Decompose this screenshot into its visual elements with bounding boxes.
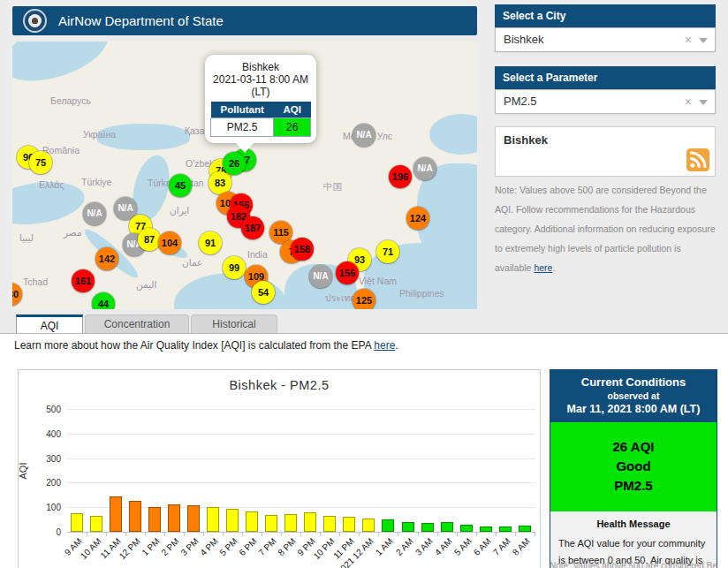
chevron-down-icon[interactable] xyxy=(699,100,708,105)
water-shape xyxy=(12,42,115,93)
map-place-label: Việt Nam xyxy=(359,276,397,286)
cc-category: Good xyxy=(550,458,717,473)
chart-bar[interactable] xyxy=(148,507,161,532)
app-header: AirNow Department of State xyxy=(12,6,477,35)
sidebar-note: Note: Values above 500 are considered Be… xyxy=(495,180,717,277)
chart-bar[interactable] xyxy=(382,519,394,532)
note-here-link[interactable]: here xyxy=(534,262,552,273)
chart-bar[interactable] xyxy=(168,504,180,532)
chart-bar[interactable] xyxy=(421,523,434,532)
aqi-map-marker[interactable]: 130 xyxy=(12,283,22,306)
aqi-map-marker[interactable]: 87 xyxy=(138,228,161,251)
aqi-map-marker[interactable]: N/A xyxy=(83,202,106,225)
chart-bar[interactable] xyxy=(362,519,375,532)
aqi-map-marker[interactable]: 26 xyxy=(223,152,246,175)
popup-datetime: 2021-03-11 8:00 AM xyxy=(205,73,316,86)
popup-city: Bishkek xyxy=(205,61,316,73)
rss-feed-icon[interactable] xyxy=(686,148,709,171)
aqi-map-marker[interactable]: 44 xyxy=(92,292,115,309)
aqi-map-marker[interactable]: 187 xyxy=(241,216,264,239)
feed-box: Bishkek xyxy=(495,126,716,177)
tab-aqi[interactable]: AQI xyxy=(16,314,83,333)
tab-concentration[interactable]: Concentration xyxy=(85,314,189,333)
aqi-map-marker[interactable]: 158 xyxy=(291,238,314,261)
aqi-map-marker[interactable]: 91 xyxy=(199,231,222,254)
chart-xtick xyxy=(184,532,185,536)
aqi-map-marker[interactable]: 54 xyxy=(252,281,275,304)
select-city-header: Select a City xyxy=(495,4,716,27)
chart-xtick xyxy=(242,532,243,536)
map-place-label: ایران xyxy=(170,205,189,216)
tab-historical[interactable]: Historical xyxy=(191,314,277,333)
map-place-label: لیبیا xyxy=(19,232,34,243)
clear-icon[interactable]: × xyxy=(685,28,692,51)
learn-more-text: Learn more about how the Air Quality Ind… xyxy=(14,339,398,352)
cc-aqi-block: 26 AQI Good PM2.5 xyxy=(550,422,717,511)
chart-xtick xyxy=(457,532,458,536)
map-place-label: Ελλάς xyxy=(39,179,64,190)
chart-bar[interactable] xyxy=(110,496,122,532)
chart-bar[interactable] xyxy=(519,526,531,532)
map-place-label: Türkiye xyxy=(81,177,111,187)
map-place-label: Україна xyxy=(83,129,116,140)
aqi-map-marker[interactable]: 196 xyxy=(389,165,412,188)
chart-bar[interactable] xyxy=(265,515,277,532)
clear-icon[interactable]: × xyxy=(685,90,692,113)
chart-bar[interactable] xyxy=(304,512,316,532)
learn-more-here-link[interactable]: here xyxy=(374,339,395,352)
chart-xtick xyxy=(515,532,516,536)
chart-bar[interactable] xyxy=(499,526,512,532)
chart-xtick xyxy=(359,532,360,536)
aqi-map-marker[interactable]: 125 xyxy=(353,289,375,309)
map-place-label: اليمن xyxy=(136,279,156,290)
chart-xtick xyxy=(535,532,535,536)
aqi-map-marker[interactable]: N/A xyxy=(413,157,436,180)
chart-bar[interactable] xyxy=(441,522,453,532)
aqi-map-marker[interactable]: 45 xyxy=(169,174,192,197)
chart-bar[interactable] xyxy=(284,514,297,532)
chart-bar[interactable] xyxy=(90,516,102,532)
chevron-down-icon[interactable] xyxy=(699,38,708,43)
map-place-label: مصر xyxy=(64,227,82,238)
aqi-map-marker[interactable]: 156 xyxy=(336,261,359,284)
chart-bar[interactable] xyxy=(460,525,473,532)
feed-city-name: Bishkek xyxy=(504,133,548,147)
chart-bar[interactable] xyxy=(187,505,200,532)
parameter-select[interactable]: PM2.5 × xyxy=(495,89,716,114)
chart-bar[interactable] xyxy=(343,517,355,532)
chart-bar[interactable] xyxy=(402,522,414,532)
aqi-map-marker[interactable]: 161 xyxy=(72,269,95,292)
chart-xtick xyxy=(476,532,477,536)
aqi-map[interactable]: БеларусьУкраїнаRomâniaΕλλάςTürkiyeҚазақс… xyxy=(12,42,477,309)
aqi-map-marker[interactable]: 124 xyxy=(406,207,429,230)
map-place-label: عمان xyxy=(182,257,202,268)
aqi-map-marker[interactable]: N/A xyxy=(353,124,375,147)
chart-xtick xyxy=(145,532,146,536)
chart-bar[interactable] xyxy=(129,501,141,532)
chart-bar[interactable] xyxy=(71,513,83,532)
chart-bar[interactable] xyxy=(246,511,258,532)
chart-xtick xyxy=(223,532,224,536)
aqi-map-marker[interactable]: N/A xyxy=(309,265,332,288)
aqi-map-marker[interactable]: 99 xyxy=(223,256,246,279)
chart-ytick-label: 0 xyxy=(31,527,61,537)
cc-health-block: Health Message The AQI value for your co… xyxy=(550,511,717,568)
chart-bar[interactable] xyxy=(323,516,336,532)
cc-aqi-value: 26 AQI xyxy=(550,439,717,454)
chart-xtick xyxy=(437,532,438,536)
chart-xtick xyxy=(320,532,321,536)
chart-bar[interactable] xyxy=(480,526,492,532)
chart-xtick xyxy=(106,532,107,536)
aqi-map-marker[interactable]: 104 xyxy=(158,231,181,254)
chart-bar[interactable] xyxy=(226,509,239,532)
chart-xtick xyxy=(164,532,165,536)
aqi-map-marker[interactable]: 71 xyxy=(376,240,399,263)
aqi-map-marker[interactable]: 142 xyxy=(95,247,118,270)
city-select[interactable]: Bishkek × xyxy=(495,27,716,52)
popup-aqi-value: 26 xyxy=(274,118,311,137)
chart-bar[interactable] xyxy=(207,507,219,532)
chart-gridline xyxy=(67,482,535,483)
chart-gridline xyxy=(67,434,535,435)
aqi-map-marker[interactable]: 75 xyxy=(29,151,52,174)
popup-col-pollutant: Pollutant xyxy=(211,102,274,118)
